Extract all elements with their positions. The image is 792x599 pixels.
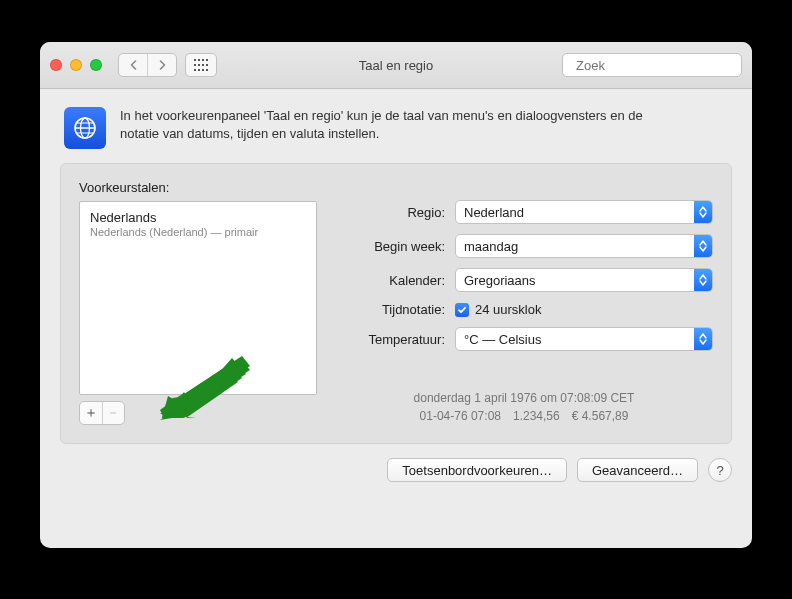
close-button[interactable] <box>50 59 62 71</box>
svg-rect-6 <box>202 64 204 66</box>
region-label: Regio: <box>335 205 455 220</box>
window-body: In het voorkeurenpaneel 'Taal en regio' … <box>40 89 752 498</box>
svg-marker-17 <box>160 372 238 418</box>
svg-rect-0 <box>194 59 196 61</box>
select-stepper-icon <box>694 235 712 257</box>
main-panel: Voorkeurstalen: Nederlands Nederlands (N… <box>60 163 732 444</box>
svg-rect-10 <box>202 69 204 71</box>
language-name: Nederlands <box>90 210 306 225</box>
back-button[interactable] <box>119 54 147 76</box>
region-select[interactable]: Nederland <box>455 200 713 224</box>
week-label: Begin week: <box>335 239 455 254</box>
svg-rect-4 <box>194 64 196 66</box>
week-value: maandag <box>464 239 518 254</box>
sample-line-2: 01-04-76 07:08 1.234,56 € 4.567,89 <box>335 407 713 425</box>
format-samples: donderdag 1 april 1976 om 07:08:09 CET 0… <box>335 389 713 425</box>
annotation-arrow <box>160 352 250 422</box>
svg-rect-11 <box>206 69 208 71</box>
add-language-button[interactable]: ＋ <box>80 402 102 424</box>
add-remove-group: ＋ － <box>79 401 125 425</box>
time-label: Tijdnotatie: <box>335 302 455 317</box>
svg-rect-1 <box>198 59 200 61</box>
svg-rect-3 <box>206 59 208 61</box>
select-stepper-icon <box>694 201 712 223</box>
language-detail: Nederlands (Nederland) — primair <box>90 226 306 238</box>
svg-rect-5 <box>198 64 200 66</box>
temperature-label: Temperatuur: <box>335 332 455 347</box>
window-controls <box>50 59 102 71</box>
svg-marker-25 <box>162 396 190 418</box>
region-value: Nederland <box>464 205 524 220</box>
bottom-buttons: Toetsenbordvoorkeuren… Geavanceerd… ? <box>60 444 732 482</box>
svg-marker-22 <box>164 400 190 418</box>
keyboard-prefs-button[interactable]: Toetsenbordvoorkeuren… <box>387 458 567 482</box>
zoom-button[interactable] <box>90 59 102 71</box>
svg-rect-7 <box>206 64 208 66</box>
languages-list[interactable]: Nederlands Nederlands (Nederland) — prim… <box>79 201 317 395</box>
globe-icon <box>64 107 106 149</box>
sample-line-1: donderdag 1 april 1976 om 07:08:09 CET <box>335 389 713 407</box>
calendar-label: Kalender: <box>335 273 455 288</box>
languages-heading: Voorkeurstalen: <box>79 180 317 195</box>
search-field[interactable] <box>562 53 742 77</box>
show-all-button[interactable] <box>185 53 217 77</box>
svg-marker-27 <box>162 396 188 418</box>
forward-button[interactable] <box>147 54 176 76</box>
temperature-select[interactable]: °C — Celsius <box>455 327 713 351</box>
calendar-value: Gregoriaans <box>464 273 536 288</box>
titlebar: Taal en regio <box>40 42 752 89</box>
languages-column: Voorkeurstalen: Nederlands Nederlands (N… <box>79 180 317 425</box>
minimize-button[interactable] <box>70 59 82 71</box>
prefs-window: Taal en regio In het voorkeurenpaneel 'T… <box>40 42 752 548</box>
advanced-button[interactable]: Geavanceerd… <box>577 458 698 482</box>
temperature-value: °C — Celsius <box>464 332 541 347</box>
svg-rect-9 <box>198 69 200 71</box>
time-24h-checkbox[interactable] <box>455 303 469 317</box>
select-stepper-icon <box>694 269 712 291</box>
time-24h-label: 24 uursklok <box>475 302 541 317</box>
svg-marker-18 <box>162 364 240 416</box>
svg-rect-2 <box>202 59 204 61</box>
svg-rect-8 <box>194 69 196 71</box>
info-line-2: notatie van datums, tijden en valuta ins… <box>120 125 643 143</box>
week-select[interactable]: maandag <box>455 234 713 258</box>
calendar-select[interactable]: Gregoriaans <box>455 268 713 292</box>
remove-language-button[interactable]: － <box>102 402 125 424</box>
select-stepper-icon <box>694 328 712 350</box>
svg-marker-21 <box>184 358 246 412</box>
info-text: In het voorkeurenpaneel 'Taal en regio' … <box>120 107 643 142</box>
info-line-1: In het voorkeurenpaneel 'Taal en regio' … <box>120 107 643 125</box>
search-input[interactable] <box>574 57 746 74</box>
help-button[interactable]: ? <box>708 458 732 482</box>
nav-back-forward <box>118 53 177 77</box>
info-bar: In het voorkeurenpaneel 'Taal en regio' … <box>60 103 732 163</box>
svg-marker-24 <box>162 398 188 418</box>
svg-marker-26 <box>162 392 190 418</box>
svg-marker-23 <box>160 394 182 418</box>
language-item[interactable]: Nederlands Nederlands (Nederland) — prim… <box>80 208 316 240</box>
settings-column: Regio: Nederland Begin week: maandag <box>335 180 713 425</box>
svg-marker-19 <box>164 366 242 418</box>
svg-marker-20 <box>160 400 190 420</box>
